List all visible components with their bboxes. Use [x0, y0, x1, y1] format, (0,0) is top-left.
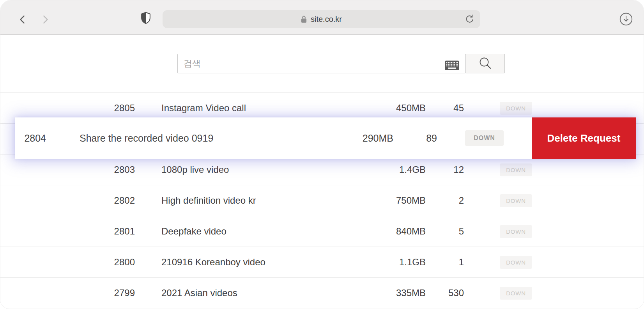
reload-icon [465, 14, 475, 24]
video-list: 2805 Instagram Video call 450MB 45 DOWN … [0, 92, 644, 308]
down-button[interactable]: DOWN [500, 102, 532, 115]
search-section [0, 35, 644, 92]
chevron-right-icon [40, 14, 50, 25]
keyboard-icon[interactable] [445, 60, 459, 70]
magnifier-icon [478, 56, 493, 71]
row-id: 2802 [0, 195, 135, 206]
row-title: Instagram Video call [135, 103, 367, 114]
back-button[interactable] [17, 14, 28, 25]
row-title: 210916 Koreanboy video [135, 257, 367, 268]
address-bar[interactable]: site.co.kr [163, 10, 480, 28]
row-count: 2 [426, 195, 464, 206]
row-size: 450MB [367, 103, 426, 114]
row-id: 2801 [0, 226, 135, 237]
row-size: 750MB [367, 195, 426, 206]
row-size: 290MB [339, 133, 393, 144]
row-id: 2799 [0, 288, 135, 298]
url-text: site.co.kr [311, 15, 342, 24]
downloads-button[interactable] [619, 12, 633, 26]
row-size: 1.1GB [367, 257, 426, 268]
delete-request-button[interactable]: Delete Request [532, 117, 636, 159]
row-title: 2021 Asian videos [135, 288, 367, 298]
row-size: 1.4GB [367, 164, 426, 175]
row-id: 2803 [0, 164, 135, 175]
row-size: 840MB [367, 226, 426, 237]
row-count: 12 [426, 164, 464, 175]
download-icon [619, 12, 633, 26]
privacy-shield-button[interactable] [140, 12, 152, 24]
row-count: 5 [426, 226, 464, 237]
row-id: 2800 [0, 257, 135, 268]
chevron-left-icon [18, 14, 28, 25]
down-button[interactable]: DOWN [500, 194, 532, 207]
row-title: Share the recorded video 0919 [46, 133, 339, 144]
row-count: 89 [393, 133, 437, 144]
table-row[interactable]: 2801 Deepfake video 840MB 5 DOWN [0, 216, 644, 247]
table-row[interactable]: 2802 High definition video kr 750MB 2 DO… [0, 185, 644, 216]
row-count: 1 [426, 257, 464, 268]
reload-button[interactable] [465, 14, 475, 24]
browser-toolbar: site.co.kr [0, 0, 644, 35]
search-input[interactable] [177, 54, 466, 73]
forward-button[interactable] [39, 14, 51, 25]
down-button[interactable]: DOWN [500, 256, 532, 269]
row-count: 45 [426, 103, 464, 114]
down-button[interactable]: DOWN [500, 225, 532, 238]
row-id: 2805 [0, 103, 135, 114]
row-title: Deepfake video [135, 226, 367, 237]
row-size: 335MB [367, 288, 426, 298]
lock-icon [301, 15, 307, 23]
shield-icon [140, 12, 151, 24]
search-button[interactable] [465, 54, 505, 73]
swiped-row[interactable]: 2804 Share the recorded video 0919 290MB… [15, 117, 636, 159]
down-button[interactable]: DOWN [465, 130, 504, 146]
table-row[interactable]: 2800 210916 Koreanboy video 1.1GB 1 DOWN [0, 247, 644, 277]
row-count: 530 [426, 288, 464, 298]
table-row[interactable]: 2799 2021 Asian videos 335MB 530 DOWN [0, 277, 644, 308]
browser-window: site.co.kr [0, 0, 644, 309]
down-button[interactable]: DOWN [500, 163, 532, 176]
row-title: High definition video kr [135, 195, 367, 206]
row-id: 2804 [15, 133, 46, 144]
down-button[interactable]: DOWN [500, 287, 532, 300]
row-title: 1080p live video [135, 164, 367, 175]
